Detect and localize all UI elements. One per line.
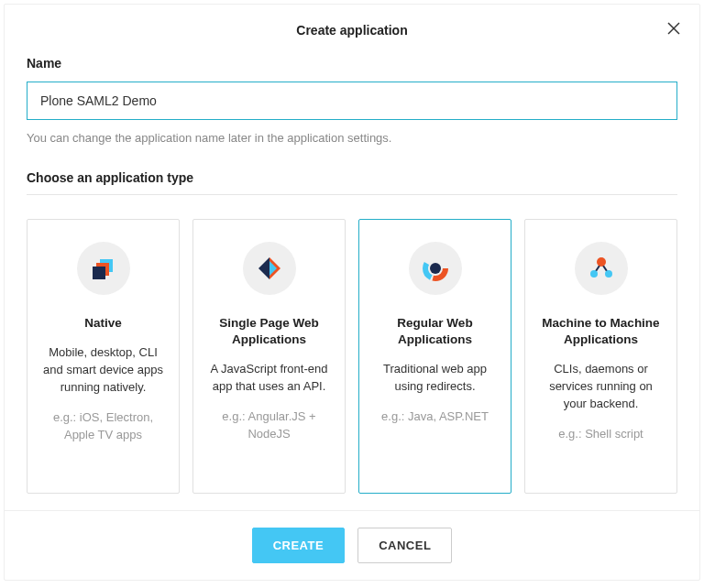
- type-card-native[interactable]: Native Mobile, desktop, CLI and smart de…: [27, 219, 180, 494]
- spa-icon: [243, 242, 296, 295]
- name-input[interactable]: [27, 82, 677, 120]
- svg-point-13: [597, 257, 606, 267]
- name-hint: You can change the application name late…: [27, 131, 677, 145]
- svg-point-10: [430, 263, 441, 274]
- card-eg: e.g.: iOS, Electron, Apple TV apps: [38, 409, 168, 444]
- type-card-spa[interactable]: Single Page Web Applications A JavaScrip…: [192, 219, 346, 494]
- regular-web-icon: [409, 242, 462, 295]
- svg-rect-4: [93, 267, 105, 279]
- card-eg: e.g.: Shell script: [558, 426, 644, 443]
- card-title: Native: [84, 315, 122, 332]
- create-button[interactable]: Create: [252, 528, 345, 563]
- native-icon: [77, 242, 130, 295]
- modal-header: Create application: [5, 5, 699, 49]
- type-label: Choose an application type: [27, 170, 677, 185]
- type-grid: Native Mobile, desktop, CLI and smart de…: [27, 219, 677, 494]
- card-title: Machine to Machine Applications: [536, 315, 666, 348]
- card-desc: A JavaScript front-end app that uses an …: [204, 361, 334, 396]
- modal-footer: Create Cancel: [5, 510, 699, 580]
- card-eg: e.g.: Java, ASP.NET: [381, 408, 489, 426]
- card-desc: Mobile, desktop, CLI and smart device ap…: [38, 344, 168, 397]
- type-card-m2m[interactable]: Machine to Machine Applications CLIs, da…: [524, 219, 677, 494]
- m2m-icon: [575, 242, 628, 295]
- close-button[interactable]: [665, 19, 683, 38]
- name-label: Name: [27, 56, 677, 71]
- svg-point-14: [590, 270, 598, 278]
- svg-point-15: [605, 270, 612, 278]
- card-desc: Traditional web app using redirects.: [370, 361, 500, 396]
- type-card-regular-web[interactable]: Regular Web Applications Traditional web…: [358, 219, 512, 494]
- card-title: Single Page Web Applications: [204, 315, 334, 348]
- card-desc: CLIs, daemons or services running on you…: [536, 361, 666, 413]
- card-eg: e.g.: Angular.JS + NodeJS: [204, 408, 334, 443]
- svg-marker-6: [258, 257, 270, 279]
- card-title: Regular Web Applications: [370, 315, 500, 348]
- modal-body: Name You can change the application name…: [5, 49, 699, 510]
- create-application-modal: Create application Name You can change t…: [4, 4, 700, 581]
- cancel-button[interactable]: Cancel: [358, 528, 452, 563]
- close-icon: [667, 22, 680, 35]
- modal-title: Create application: [296, 23, 407, 38]
- divider: [27, 194, 677, 195]
